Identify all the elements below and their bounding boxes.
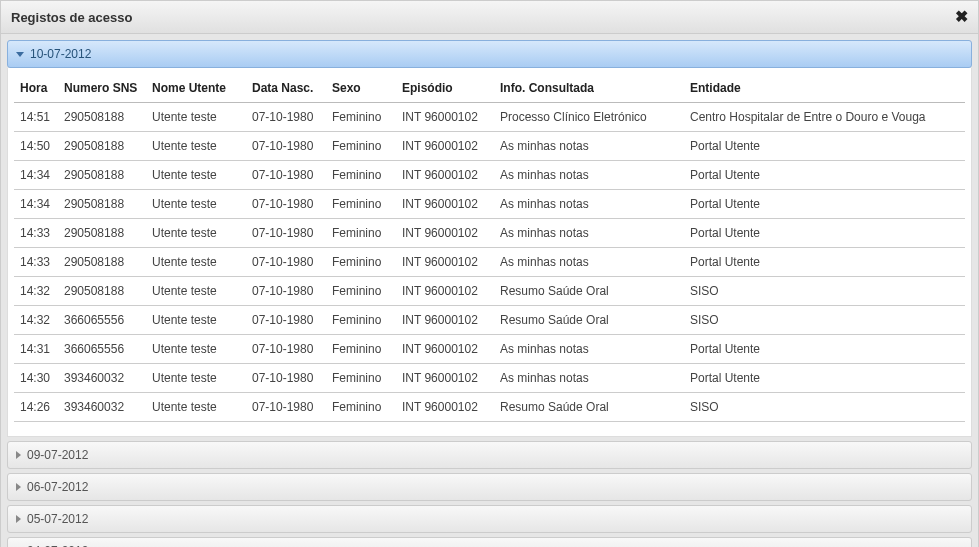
accordion-item-collapsed: 05-07-2012 [7, 505, 972, 533]
cell-entidade: Portal Utente [684, 335, 965, 364]
cell-nome_utente: Utente teste [146, 190, 246, 219]
cell-sexo: Feminino [326, 190, 396, 219]
cell-entidade: Portal Utente [684, 161, 965, 190]
cell-nome_utente: Utente teste [146, 161, 246, 190]
col-header-sexo: Sexo [326, 74, 396, 103]
cell-numero_sns: 290508188 [58, 132, 146, 161]
cell-sexo: Feminino [326, 277, 396, 306]
cell-entidade: SISO [684, 393, 965, 422]
accordion-date-label: 06-07-2012 [27, 480, 88, 494]
accordion-header-09-07-2012[interactable]: 09-07-2012 [7, 441, 972, 469]
accordion-header-05-07-2012[interactable]: 05-07-2012 [7, 505, 972, 533]
accordion-header-04-07-2012[interactable]: 04-07-2012 [7, 537, 972, 547]
table-row: 14:34290508188Utente teste07-10-1980Femi… [14, 161, 965, 190]
cell-info_consultada: As minhas notas [494, 219, 684, 248]
table-row: 14:33290508188Utente teste07-10-1980Femi… [14, 219, 965, 248]
cell-hora: 14:51 [14, 103, 58, 132]
chevron-right-icon [16, 515, 21, 523]
cell-episodio: INT 96000102 [396, 248, 494, 277]
cell-numero_sns: 290508188 [58, 277, 146, 306]
cell-nome_utente: Utente teste [146, 306, 246, 335]
table-row: 14:34290508188Utente teste07-10-1980Femi… [14, 190, 965, 219]
cell-data_nasc: 07-10-1980 [246, 132, 326, 161]
col-header-entidade: Entidade [684, 74, 965, 103]
cell-nome_utente: Utente teste [146, 335, 246, 364]
cell-numero_sns: 290508188 [58, 161, 146, 190]
table-header-row: Hora Numero SNS Nome Utente Data Nasc. S… [14, 74, 965, 103]
col-header-numero-sns: Numero SNS [58, 74, 146, 103]
cell-episodio: INT 96000102 [396, 190, 494, 219]
cell-entidade: Portal Utente [684, 132, 965, 161]
cell-numero_sns: 290508188 [58, 219, 146, 248]
cell-hora: 14:33 [14, 219, 58, 248]
cell-info_consultada: Processo Clínico Eletrónico [494, 103, 684, 132]
cell-info_consultada: As minhas notas [494, 364, 684, 393]
cell-info_consultada: As minhas notas [494, 248, 684, 277]
table-row: 14:30393460032Utente teste07-10-1980Femi… [14, 364, 965, 393]
cell-sexo: Feminino [326, 335, 396, 364]
cell-numero_sns: 366065556 [58, 306, 146, 335]
cell-entidade: Portal Utente [684, 364, 965, 393]
table-row: 14:33290508188Utente teste07-10-1980Femi… [14, 248, 965, 277]
col-header-info-consultada: Info. Consultada [494, 74, 684, 103]
cell-hora: 14:34 [14, 190, 58, 219]
cell-sexo: Feminino [326, 219, 396, 248]
cell-hora: 14:31 [14, 335, 58, 364]
accordion-date-label: 10-07-2012 [30, 47, 91, 61]
window-title: Registos de acesso [11, 10, 132, 25]
cell-entidade: SISO [684, 277, 965, 306]
accordion-body: Hora Numero SNS Nome Utente Data Nasc. S… [7, 68, 972, 437]
access-log-window: Registos de acesso ✖ 10-07-2012 Hora Num… [0, 0, 979, 547]
cell-episodio: INT 96000102 [396, 219, 494, 248]
access-log-table: Hora Numero SNS Nome Utente Data Nasc. S… [14, 74, 965, 422]
cell-episodio: INT 96000102 [396, 161, 494, 190]
cell-entidade: Centro Hospitalar de Entre o Douro e Vou… [684, 103, 965, 132]
col-header-episodio: Episódio [396, 74, 494, 103]
cell-data_nasc: 07-10-1980 [246, 277, 326, 306]
cell-sexo: Feminino [326, 132, 396, 161]
cell-episodio: INT 96000102 [396, 132, 494, 161]
cell-episodio: INT 96000102 [396, 364, 494, 393]
cell-info_consultada: Resumo Saúde Oral [494, 277, 684, 306]
cell-data_nasc: 07-10-1980 [246, 248, 326, 277]
cell-info_consultada: As minhas notas [494, 335, 684, 364]
accordion-header-06-07-2012[interactable]: 06-07-2012 [7, 473, 972, 501]
cell-numero_sns: 290508188 [58, 190, 146, 219]
cell-hora: 14:50 [14, 132, 58, 161]
close-icon[interactable]: ✖ [955, 9, 968, 25]
cell-info_consultada: Resumo Saúde Oral [494, 393, 684, 422]
cell-sexo: Feminino [326, 161, 396, 190]
cell-episodio: INT 96000102 [396, 103, 494, 132]
cell-numero_sns: 366065556 [58, 335, 146, 364]
accordion-header-10-07-2012[interactable]: 10-07-2012 [7, 40, 972, 68]
cell-sexo: Feminino [326, 248, 396, 277]
cell-episodio: INT 96000102 [396, 335, 494, 364]
col-header-nome-utente: Nome Utente [146, 74, 246, 103]
cell-nome_utente: Utente teste [146, 364, 246, 393]
table-row: 14:51290508188Utente teste07-10-1980Femi… [14, 103, 965, 132]
cell-sexo: Feminino [326, 393, 396, 422]
col-header-hora: Hora [14, 74, 58, 103]
title-bar: Registos de acesso ✖ [1, 1, 978, 34]
cell-sexo: Feminino [326, 364, 396, 393]
cell-episodio: INT 96000102 [396, 277, 494, 306]
cell-nome_utente: Utente teste [146, 393, 246, 422]
cell-hora: 14:30 [14, 364, 58, 393]
cell-hora: 14:32 [14, 277, 58, 306]
cell-info_consultada: As minhas notas [494, 190, 684, 219]
cell-entidade: Portal Utente [684, 190, 965, 219]
accordion-date-label: 09-07-2012 [27, 448, 88, 462]
cell-nome_utente: Utente teste [146, 219, 246, 248]
cell-data_nasc: 07-10-1980 [246, 364, 326, 393]
cell-hora: 14:32 [14, 306, 58, 335]
accordion-item-collapsed: 06-07-2012 [7, 473, 972, 501]
cell-data_nasc: 07-10-1980 [246, 335, 326, 364]
cell-data_nasc: 07-10-1980 [246, 190, 326, 219]
cell-sexo: Feminino [326, 306, 396, 335]
cell-episodio: INT 96000102 [396, 393, 494, 422]
accordion-item-collapsed: 04-07-2012 [7, 537, 972, 547]
table-row: 14:26393460032Utente teste07-10-1980Femi… [14, 393, 965, 422]
cell-hora: 14:34 [14, 161, 58, 190]
chevron-right-icon [16, 483, 21, 491]
col-header-data-nasc: Data Nasc. [246, 74, 326, 103]
